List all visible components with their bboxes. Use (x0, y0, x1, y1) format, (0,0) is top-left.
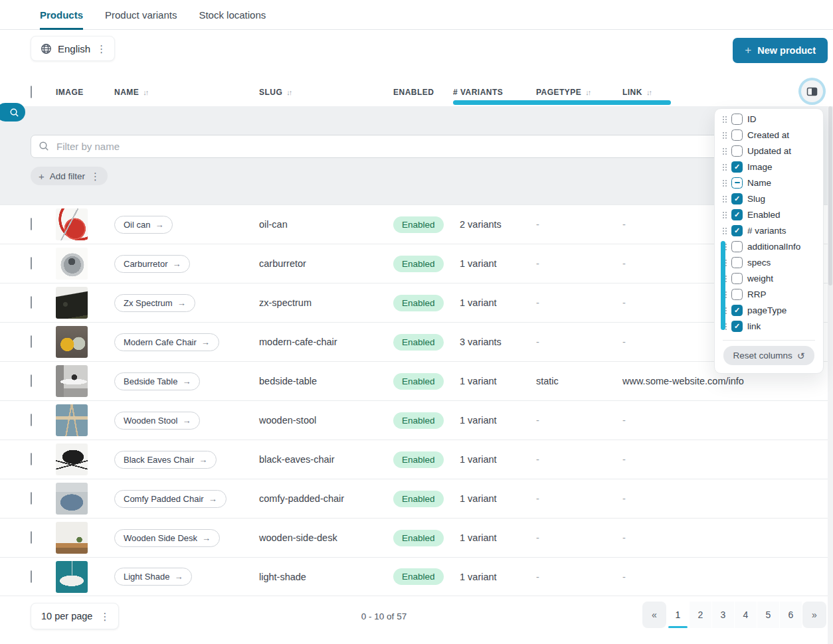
column-checkbox[interactable] (731, 129, 743, 141)
row-checkbox[interactable] (31, 257, 32, 270)
product-name-button[interactable]: Wooden Side Desk→ (114, 529, 220, 547)
row-checkbox[interactable] (31, 570, 32, 583)
column-checkbox[interactable] (731, 257, 743, 268)
drag-handle-icon[interactable] (722, 227, 727, 234)
column-menu-item-specs[interactable]: specs (715, 254, 823, 270)
filter-menu-icon[interactable]: ⋮ (90, 171, 100, 181)
column-checkbox[interactable]: ✓ (731, 321, 743, 332)
product-image[interactable] (56, 287, 88, 319)
column-menu-item-variants[interactable]: ✓ # variants (715, 222, 823, 238)
drag-handle-icon[interactable] (722, 163, 727, 171)
row-checkbox[interactable] (31, 453, 32, 465)
row-checkbox[interactable] (31, 218, 32, 230)
product-name-button[interactable]: Wooden Stool→ (114, 412, 200, 430)
product-name-button[interactable]: Carburretor→ (114, 255, 190, 273)
sort-icon[interactable]: ↓↑ (646, 88, 651, 96)
column-checkbox[interactable]: ✓ (731, 305, 743, 316)
row-checkbox[interactable] (31, 335, 32, 348)
product-image[interactable] (56, 248, 88, 280)
product-image[interactable] (56, 522, 88, 554)
pagination-page-button[interactable]: 3 (712, 602, 734, 628)
sort-icon[interactable]: ↓↑ (143, 88, 147, 96)
reset-columns-button[interactable]: Reset columns ↺ (723, 346, 814, 365)
product-name-button[interactable]: Modern Cafe Chair→ (114, 333, 219, 351)
row-checkbox[interactable] (31, 296, 32, 309)
column-menu-item-updated-at[interactable]: Updated at (715, 143, 823, 159)
new-product-button[interactable]: + New product (733, 38, 828, 63)
drag-handle-icon[interactable] (722, 116, 727, 123)
product-name-button[interactable]: Oil can→ (114, 216, 173, 234)
pagination-page-button[interactable]: 4 (735, 602, 757, 628)
drag-handle-icon[interactable] (722, 131, 727, 139)
drag-handle-icon[interactable] (722, 179, 727, 187)
column-picker-button[interactable] (801, 80, 823, 102)
product-image[interactable] (56, 326, 88, 358)
select-all-checkbox[interactable] (31, 86, 32, 98)
column-menu-item-additionalinfo[interactable]: additionalInfo (715, 238, 823, 254)
column-menu-item-id[interactable]: ID (715, 111, 823, 127)
row-checkbox[interactable] (31, 531, 32, 544)
product-image[interactable] (56, 561, 88, 593)
add-filter-button[interactable]: + Add filter ⋮ (31, 167, 108, 185)
column-checkbox[interactable] (731, 145, 743, 157)
drag-handle-icon[interactable] (722, 195, 727, 202)
per-page-selector[interactable]: 10 per page ⋮ (31, 603, 119, 629)
column-header-pagetype[interactable]: PAGETYPE↓↑ (536, 88, 622, 97)
scrollbar-thumb[interactable] (828, 106, 832, 285)
vertical-scrollbar[interactable] (828, 106, 833, 644)
column-checkbox[interactable]: ✓ (731, 193, 743, 204)
sort-icon[interactable]: ↓↑ (585, 88, 590, 96)
column-menu-item-pagetype[interactable]: ✓ pageType (715, 302, 823, 318)
pagination-page-button[interactable]: 2 (690, 602, 711, 628)
product-image[interactable] (56, 404, 88, 436)
product-image[interactable] (56, 365, 88, 397)
drag-handle-icon[interactable] (722, 211, 727, 218)
column-menu-item-link[interactable]: ✓ link (715, 318, 823, 334)
column-header-name[interactable]: NAME↓↑ (114, 88, 259, 97)
column-checkbox[interactable]: ✓ (731, 161, 743, 173)
column-menu-item-rrp[interactable]: RRP (715, 286, 823, 302)
column-checkbox[interactable] (731, 114, 743, 125)
pagetype-value: - (536, 297, 622, 308)
column-checkbox[interactable]: ✓ (731, 209, 743, 220)
product-name-button[interactable]: Bedside Table→ (114, 372, 200, 390)
row-checkbox[interactable] (31, 492, 32, 505)
tab-stock-locations[interactable]: Stock locations (199, 0, 266, 29)
tab-products[interactable]: Products (40, 0, 83, 29)
column-menu-item-image[interactable]: ✓ Image (715, 159, 823, 175)
product-image[interactable] (56, 443, 88, 475)
pagination-page-button[interactable]: 5 (757, 602, 779, 628)
pagination-prev-button[interactable]: « (642, 602, 666, 628)
column-checkbox[interactable] (731, 273, 743, 284)
variants-count: 3 variants (453, 337, 536, 347)
filter-input[interactable] (31, 135, 824, 158)
row-checkbox[interactable] (31, 414, 32, 426)
product-image[interactable] (56, 208, 88, 240)
column-menu-item-slug[interactable]: ✓ Slug (715, 191, 823, 206)
pagination-next-button[interactable]: » (802, 602, 826, 628)
product-image[interactable] (56, 483, 88, 515)
pagination-page-button[interactable]: 1 (667, 602, 689, 628)
product-name-button[interactable]: Black Eaves Chair→ (114, 451, 217, 469)
row-checkbox[interactable] (31, 374, 32, 387)
product-name-button[interactable]: Light Shade→ (114, 568, 192, 586)
pagination-page-button[interactable]: 6 (780, 602, 802, 628)
product-name-button[interactable]: Zx Spectrum→ (114, 294, 195, 312)
column-menu-item-enabled[interactable]: ✓ Enabled (715, 206, 823, 222)
column-menu-item-weight[interactable]: weight (715, 270, 823, 286)
column-menu-item-name[interactable]: Name (715, 175, 823, 191)
column-checkbox[interactable] (731, 177, 743, 189)
language-selector-button[interactable]: English ⋮ (31, 36, 115, 61)
product-name-button[interactable]: Comfy Padded Chair→ (114, 490, 227, 508)
column-checkbox[interactable] (731, 241, 743, 252)
sort-icon[interactable]: ↓↑ (286, 88, 291, 96)
search-toggle-button[interactable] (0, 103, 25, 121)
column-checkbox[interactable] (731, 289, 743, 300)
column-header-link[interactable]: LINK↓↑ (622, 88, 828, 97)
column-menu-item-created-at[interactable]: Created at (715, 127, 823, 143)
drag-handle-icon[interactable] (722, 147, 727, 155)
tab-product-variants[interactable]: Product variants (105, 0, 177, 29)
language-menu-icon[interactable]: ⋮ (96, 44, 106, 54)
column-checkbox[interactable]: ✓ (731, 225, 743, 236)
column-header-slug[interactable]: SLUG↓↑ (259, 88, 393, 97)
